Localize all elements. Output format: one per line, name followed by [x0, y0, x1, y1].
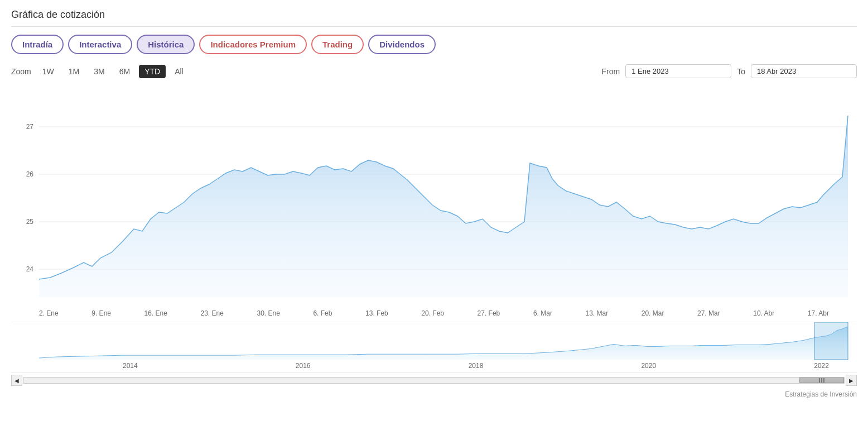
x-label-14: 17. Abr [808, 309, 829, 317]
mini-chart-svg [11, 322, 857, 361]
scroll-left-button[interactable]: ◀ [11, 375, 22, 386]
zoom-1m[interactable]: 1M [63, 65, 85, 78]
watermark: Estrategias de Inversión [11, 388, 857, 398]
controls-row: Zoom 1W 1M 3M 6M YTD All From To [11, 64, 857, 78]
x-label-3: 23. Ene [201, 309, 224, 317]
svg-text:27: 27 [26, 123, 34, 131]
scrollbar-grip-1 [819, 378, 820, 383]
zoom-6m[interactable]: 6M [114, 65, 136, 78]
x-label-13: 10. Abr [753, 309, 774, 317]
x-axis-labels: 2. Ene 9. Ene 16. Ene 23. Ene 30. Ene 6.… [11, 308, 857, 321]
mini-label-0: 2014 [123, 362, 138, 370]
svg-text:25: 25 [26, 218, 34, 226]
tab-historica[interactable]: Histórica [137, 35, 195, 54]
scrollbar-track[interactable] [23, 377, 845, 384]
tab-trading[interactable]: Trading [311, 35, 364, 54]
tab-intraday[interactable]: Intradía [11, 35, 64, 54]
mini-label-4: 2022 [814, 362, 829, 370]
svg-rect-8 [814, 322, 848, 360]
tab-premium[interactable]: Indicadores Premium [199, 35, 307, 54]
mini-chart-area [11, 322, 857, 361]
to-label: To [737, 67, 745, 76]
zoom-all[interactable]: All [169, 65, 189, 78]
date-range-section: From To [602, 64, 857, 78]
x-label-4: 30. Ene [257, 309, 279, 317]
tabs-row: Intradía Interactiva Histórica Indicador… [11, 35, 857, 54]
scrollbar-grip-3 [823, 378, 824, 383]
svg-text:24: 24 [26, 265, 34, 273]
tab-dividendos[interactable]: Dividendos [368, 35, 436, 54]
to-date-input[interactable] [751, 64, 857, 78]
x-label-9: 6. Mar [533, 309, 552, 317]
svg-text:26: 26 [26, 170, 34, 178]
mini-labels: 2014 2016 2018 2020 2022 [11, 361, 857, 372]
scrollbar-thumb[interactable] [799, 378, 844, 383]
zoom-label: Zoom [11, 67, 31, 76]
zoom-3m[interactable]: 3M [88, 65, 110, 78]
x-label-12: 27. Mar [697, 309, 720, 317]
main-container: Gráfica de cotización Intradía Interacti… [0, 0, 868, 425]
main-chart-svg: 24 25 26 27 [11, 85, 857, 308]
x-label-6: 13. Feb [365, 309, 388, 317]
x-label-8: 27. Feb [478, 309, 500, 317]
x-label-10: 13. Mar [585, 309, 608, 317]
zoom-ytd[interactable]: YTD [139, 65, 166, 78]
scrollbar-row: ◀ ▶ [11, 372, 857, 388]
x-label-11: 20. Mar [642, 309, 664, 317]
zoom-section: Zoom 1W 1M 3M 6M YTD All [11, 65, 189, 78]
x-label-5: 6. Feb [313, 309, 332, 317]
x-label-0: 2. Ene [39, 309, 59, 317]
tab-interactiva[interactable]: Interactiva [68, 35, 132, 54]
x-label-2: 16. Ene [144, 309, 167, 317]
scroll-right-button[interactable]: ▶ [846, 375, 857, 386]
mini-label-3: 2020 [641, 362, 656, 370]
from-date-input[interactable] [625, 64, 731, 78]
x-label-1: 9. Ene [91, 309, 111, 317]
mini-label-2: 2018 [469, 362, 484, 370]
scrollbar-grip-2 [821, 378, 822, 383]
from-label: From [602, 67, 620, 76]
x-label-7: 20. Feb [421, 309, 444, 317]
mini-label-1: 2016 [296, 362, 311, 370]
main-chart-area: 24 25 26 27 [11, 85, 857, 308]
zoom-1w[interactable]: 1W [37, 65, 60, 78]
page-title: Gráfica de cotización [11, 9, 857, 27]
